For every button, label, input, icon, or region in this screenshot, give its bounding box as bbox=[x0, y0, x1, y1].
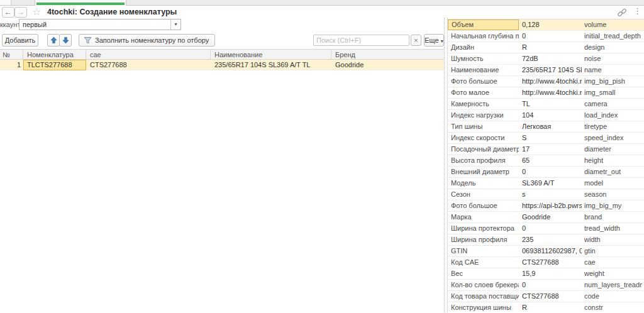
property-label[interactable]: Начальная глубина прот... bbox=[448, 31, 519, 41]
property-value[interactable]: CTS277688 bbox=[522, 291, 582, 302]
property-field[interactable]: design bbox=[584, 42, 642, 53]
property-value[interactable]: http://www.4tochki.ru/... bbox=[522, 87, 582, 98]
property-field[interactable]: cae bbox=[584, 257, 642, 268]
property-label[interactable]: Кол-во слоев брекера bbox=[448, 280, 519, 290]
property-field[interactable]: img_big_my bbox=[584, 200, 642, 211]
property-label[interactable]: Вес bbox=[448, 268, 519, 279]
property-row[interactable]: Индекс скоростиSspeed_index bbox=[448, 133, 644, 144]
property-row[interactable]: Посадочный диаметр17diameter bbox=[448, 144, 644, 155]
property-label[interactable]: Объем bbox=[448, 19, 519, 30]
property-label[interactable]: Конструкция шины bbox=[448, 302, 519, 313]
property-field[interactable]: weight bbox=[584, 268, 642, 279]
property-row[interactable]: ДизайнRdesign bbox=[448, 42, 644, 53]
property-value[interactable]: https://api-b2b.pwrs.r... bbox=[522, 200, 582, 211]
property-row[interactable]: Вес15,9weight bbox=[448, 268, 644, 280]
property-label[interactable]: Сезон bbox=[448, 189, 519, 200]
property-label[interactable]: Наименование bbox=[448, 65, 519, 75]
property-value[interactable]: SL369 A/T bbox=[522, 178, 582, 189]
property-value[interactable]: 06938112602987, 029... bbox=[522, 246, 582, 256]
property-row[interactable]: Шумность72dBnoise bbox=[448, 53, 644, 65]
property-row[interactable]: Ширина профиля235width bbox=[448, 234, 644, 246]
property-value[interactable]: 65 bbox=[522, 155, 582, 166]
forward-button[interactable]: → bbox=[14, 7, 27, 18]
property-field[interactable]: img_small bbox=[584, 87, 642, 98]
column-header-brand[interactable]: Бренд bbox=[331, 50, 445, 60]
property-value[interactable]: 0 bbox=[522, 167, 582, 177]
more-button[interactable]: Еще ▾ bbox=[424, 34, 444, 47]
column-header-num[interactable]: № bbox=[0, 50, 23, 60]
search-input[interactable] bbox=[313, 35, 409, 46]
property-value[interactable]: R bbox=[522, 302, 582, 313]
property-label[interactable]: Тип шины bbox=[448, 121, 519, 132]
property-row[interactable]: Код CAECTS277688cae bbox=[448, 257, 644, 268]
move-up-button[interactable] bbox=[47, 34, 60, 47]
property-row[interactable]: Фото большоеhttps://api-b2b.pwrs.r...img… bbox=[448, 200, 644, 212]
property-label[interactable]: Ширина протектора bbox=[448, 223, 519, 234]
property-field[interactable]: tread_width bbox=[584, 223, 642, 234]
column-header-nomenclature[interactable]: Номенклатура bbox=[23, 50, 86, 60]
property-field[interactable]: speed_index bbox=[584, 133, 642, 143]
property-value[interactable]: 0,128 bbox=[522, 19, 582, 30]
property-row[interactable]: Ширина протектора0tread_width bbox=[448, 223, 644, 234]
cell-brand[interactable]: Goodride bbox=[331, 60, 445, 70]
property-field[interactable]: camera bbox=[584, 99, 642, 109]
property-field[interactable]: volume bbox=[584, 19, 642, 30]
account-input[interactable] bbox=[19, 19, 170, 30]
search-clear-button[interactable]: × bbox=[411, 35, 421, 46]
property-label[interactable]: GTIN bbox=[448, 246, 519, 256]
property-value[interactable]: http://www.4tochki.ru/... bbox=[522, 76, 582, 87]
column-header-cae[interactable]: cae bbox=[86, 50, 211, 60]
property-label[interactable]: Посадочный диаметр bbox=[448, 144, 519, 155]
property-value[interactable]: TL bbox=[522, 99, 582, 109]
move-down-button[interactable] bbox=[59, 34, 72, 47]
property-value[interactable]: 15,9 bbox=[522, 268, 582, 279]
property-row[interactable]: Высота профиля65height bbox=[448, 155, 644, 167]
property-value[interactable]: 17 bbox=[522, 144, 582, 155]
property-row[interactable]: МаркаGoodridebrand bbox=[448, 212, 644, 223]
property-field[interactable]: tiretype bbox=[584, 121, 642, 132]
table-row[interactable]: 1TLCTS277688CTS277688235/65R17 104S SL36… bbox=[0, 60, 445, 70]
more-menu-icon[interactable]: ⋮ bbox=[633, 6, 641, 16]
property-value[interactable]: 0 bbox=[522, 280, 582, 290]
property-field[interactable]: img_big_pish bbox=[584, 76, 642, 87]
property-label[interactable]: Фото большое bbox=[448, 76, 519, 87]
property-field[interactable]: gtin bbox=[584, 246, 642, 256]
property-label[interactable]: Модель bbox=[448, 178, 519, 189]
property-value[interactable]: Goodride bbox=[522, 212, 582, 222]
column-header-name[interactable]: Наименование bbox=[211, 50, 331, 60]
property-field[interactable]: noise bbox=[584, 53, 642, 64]
property-row[interactable]: МодельSL369 A/Tmodel bbox=[448, 178, 644, 189]
property-field[interactable]: diameter bbox=[584, 144, 642, 155]
property-row[interactable]: GTIN06938112602987, 029...gtin bbox=[448, 246, 644, 257]
property-field[interactable]: diametr_out bbox=[584, 167, 642, 177]
property-value[interactable]: 235 bbox=[522, 234, 582, 245]
property-value[interactable]: 0 bbox=[522, 31, 582, 41]
property-row[interactable]: Объем0,128volume bbox=[448, 19, 644, 31]
property-field[interactable]: constr bbox=[584, 302, 642, 313]
property-value[interactable]: 235/65R17 104S SL3... bbox=[522, 65, 582, 75]
favorite-star-icon[interactable]: ☆ bbox=[32, 6, 41, 18]
property-row[interactable]: Внешний диаметр0diametr_out bbox=[448, 167, 644, 178]
property-label[interactable]: Марка bbox=[448, 212, 519, 222]
property-label[interactable]: Высота профиля bbox=[448, 155, 519, 166]
property-label[interactable]: Шумность bbox=[448, 53, 519, 64]
property-row[interactable]: Код товара поставщикаCTS277688code bbox=[448, 291, 644, 302]
property-value[interactable]: S bbox=[522, 133, 582, 143]
property-field[interactable]: brand bbox=[584, 212, 642, 222]
property-row[interactable]: Начальная глубина прот...0initial_tread_… bbox=[448, 31, 644, 42]
new-tab-button[interactable] bbox=[0, 0, 11, 5]
property-field[interactable]: code bbox=[584, 291, 642, 302]
active-tab[interactable] bbox=[35, 0, 126, 6]
property-row[interactable]: Кол-во слоев брекера0num_layers_treadmil bbox=[448, 280, 644, 291]
property-label[interactable]: Фото большое bbox=[448, 200, 519, 211]
property-label[interactable]: Внешний диаметр bbox=[448, 167, 519, 177]
property-row[interactable]: КамерностьTLcamera bbox=[448, 99, 644, 110]
property-field[interactable]: height bbox=[584, 155, 642, 166]
property-label[interactable]: Ширина профиля bbox=[448, 234, 519, 245]
property-field[interactable]: load_index bbox=[584, 110, 642, 121]
property-field[interactable]: name bbox=[584, 65, 642, 75]
property-label[interactable]: Камерность bbox=[448, 99, 519, 109]
property-row[interactable]: Тип шиныЛегковаяtiretype bbox=[448, 121, 644, 133]
property-row[interactable]: Фото малоеhttp://www.4tochki.ru/...img_s… bbox=[448, 87, 644, 99]
property-row[interactable]: Индекс нагрузки104load_index bbox=[448, 110, 644, 121]
